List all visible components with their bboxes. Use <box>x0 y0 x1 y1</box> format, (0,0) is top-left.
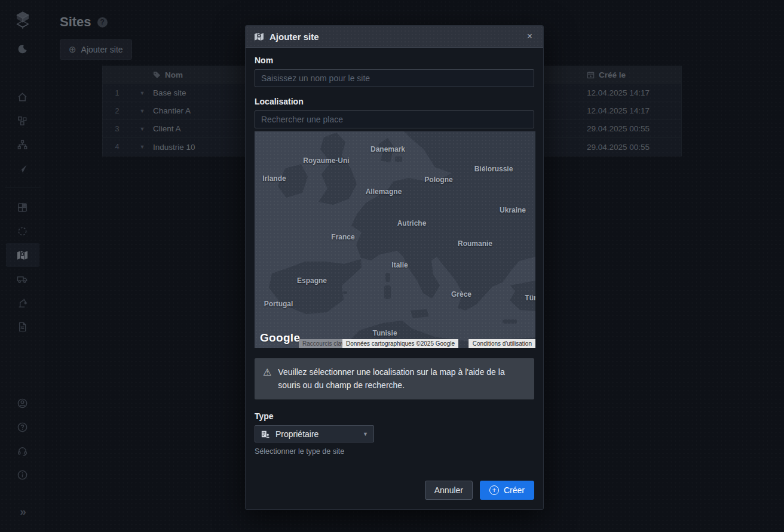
map-country-label: Royaume-Uni <box>303 156 349 165</box>
location-warning: ⚠ Veuillez sélectionner une localisation… <box>255 358 534 399</box>
site-name-input[interactable] <box>255 69 534 87</box>
map-country-label: Allemagne <box>366 187 402 196</box>
chevron-down-icon: ▼ <box>363 431 368 437</box>
nom-label: Nom <box>255 56 534 65</box>
close-icon[interactable]: × <box>525 29 535 44</box>
map-country-label: Roumanie <box>458 239 492 248</box>
map-country-label: Danemark <box>370 145 405 153</box>
map-country-label: Espagne <box>297 276 327 285</box>
map-terms-link[interactable]: Conditions d'utilisation <box>468 339 535 348</box>
map-country-label: Autriche <box>397 219 427 227</box>
google-logo: Google <box>260 331 300 345</box>
cancel-button[interactable]: Annuler <box>425 481 473 500</box>
location-map[interactable]: Danemark Royaume-Uni Irlande Biélorussie… <box>255 131 535 348</box>
modal-header: Ajouter site × <box>246 26 543 48</box>
map-country-label: Grèce <box>451 290 471 299</box>
map-country-label: Irlande <box>262 174 286 183</box>
map-country-label: Tunisie <box>372 329 397 337</box>
map-country-label: Ukraine <box>500 206 526 214</box>
warning-triangle-icon: ⚠ <box>263 366 271 392</box>
site-type-select[interactable]: Propriétaire ▼ <box>255 425 374 442</box>
map-country-label: Portugal <box>264 300 293 308</box>
map-country-label: Italie <box>391 261 408 269</box>
warning-text: Veuillez sélectionner une localisation s… <box>278 366 525 392</box>
modal-footer: Annuler + Créer <box>255 456 534 501</box>
modal-body: Nom Localisation <box>246 48 543 509</box>
site-type-value: Propriétaire <box>275 429 357 439</box>
map-attribution: Données cartographiques ©2025 Google <box>342 339 458 348</box>
plus-circle-icon: + <box>489 485 499 495</box>
localisation-label: Localisation <box>255 97 534 106</box>
modal-title: Ajouter site <box>254 32 319 42</box>
type-helper-text: Sélectionner le type de site <box>255 447 534 456</box>
create-button[interactable]: + Créer <box>480 481 534 500</box>
map-country-label: Biélorussie <box>474 165 513 173</box>
place-search-input[interactable] <box>255 110 534 128</box>
add-site-modal: Ajouter site × Nom Localisation <box>245 25 544 510</box>
map-country-label: France <box>331 233 354 241</box>
map-country-label: Tür <box>525 294 535 302</box>
type-label: Type <box>255 411 534 421</box>
sites-map-icon <box>254 32 264 41</box>
building-owner-icon <box>261 430 270 438</box>
map-country-label: Pologne <box>424 176 452 184</box>
